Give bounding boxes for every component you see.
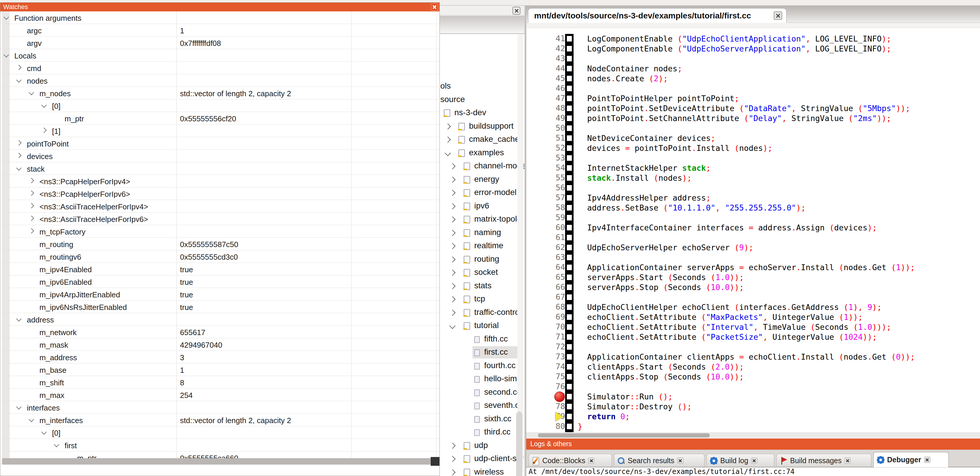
watch-row[interactable]: [0] xyxy=(0,99,439,112)
code-line[interactable]: LogComponentEnable ("UdpEchoClientApplic… xyxy=(578,34,891,44)
watch-row[interactable]: m_ipv4ArpJitterEnabledtrue xyxy=(0,288,439,300)
code-line[interactable]: echoClient.SetAttribute ("MaxPackets", U… xyxy=(578,312,862,322)
tree-item-sixth-cc[interactable]: sixth.cc xyxy=(440,413,525,425)
chevron-right-icon[interactable] xyxy=(41,128,46,133)
logs-tab-code-blocks[interactable]: Code::Blocks xyxy=(528,454,612,467)
tree-item-realtime[interactable]: realtime xyxy=(440,240,525,252)
chevron-right-icon[interactable] xyxy=(449,469,455,475)
chevron-right-icon[interactable] xyxy=(29,228,34,233)
close-icon[interactable] xyxy=(677,458,683,464)
code-line[interactable]: Simulator::Run (); xyxy=(578,392,673,402)
chevron-down-icon[interactable] xyxy=(445,150,451,156)
watch-row[interactable]: argv0x7fffffffdf08 xyxy=(0,37,439,49)
chevron-down-icon[interactable] xyxy=(16,316,21,321)
watch-row[interactable]: first xyxy=(0,439,439,452)
close-icon[interactable] xyxy=(774,11,782,20)
tree-item-cmake-cache[interactable]: cmake_cache xyxy=(440,133,525,145)
watch-row[interactable]: interfaces xyxy=(0,401,439,414)
code-line[interactable]: clientApps.Start (Seconds (2.0)); xyxy=(578,362,744,372)
chevron-right-icon[interactable] xyxy=(29,178,34,183)
chevron-right-icon[interactable] xyxy=(449,190,455,196)
close-icon[interactable] xyxy=(431,3,438,11)
code-line[interactable]: ApplicationContainer serverApps = echoSe… xyxy=(578,262,915,273)
code-line[interactable]: nodes.Create (2); xyxy=(578,73,668,84)
chevron-down-icon[interactable] xyxy=(3,52,9,57)
chevron-right-icon[interactable] xyxy=(449,296,455,302)
tree-item-source[interactable]: source xyxy=(440,94,525,106)
watch-row[interactable]: devices xyxy=(0,150,439,162)
chevron-down-icon[interactable] xyxy=(449,323,455,329)
watch-row[interactable]: m_network655617 xyxy=(0,326,439,338)
chevron-down-icon[interactable] xyxy=(29,417,34,422)
watch-row[interactable]: m_ipv6NsRsJitterEnabledtrue xyxy=(0,300,439,313)
tree-scrollbar[interactable] xyxy=(517,35,523,473)
chevron-right-icon[interactable] xyxy=(449,163,455,169)
logs-tab-build-log[interactable]: Build log xyxy=(706,454,774,467)
code-line[interactable]: UdpEchoServerHelper echoServer (9); xyxy=(578,243,753,252)
tree-item-routing[interactable]: routing xyxy=(440,253,525,265)
code-line[interactable]: } xyxy=(578,422,582,431)
chevron-right-icon[interactable] xyxy=(29,203,34,208)
watch-row[interactable]: m_routing0x555555587c50 xyxy=(0,238,439,250)
code-line[interactable]: address.SetBase ("10.1.1.0", "255.255.25… xyxy=(578,203,805,213)
chevron-right-icon[interactable] xyxy=(449,243,455,249)
chevron-down-icon[interactable] xyxy=(41,429,46,434)
chevron-down-icon[interactable] xyxy=(3,14,9,19)
chevron-right-icon[interactable] xyxy=(445,137,451,143)
tree-item-examples[interactable]: examples xyxy=(440,147,525,159)
code-line[interactable]: pointToPoint.SetChannelAttribute ("Delay… xyxy=(578,113,891,123)
editor-tab-first-cc[interactable]: mnt/dev/tools/source/ns-3-dev/examples/t… xyxy=(528,8,787,23)
chevron-right-icon[interactable] xyxy=(449,442,455,449)
chevron-right-icon[interactable] xyxy=(16,65,21,70)
chevron-down-icon[interactable] xyxy=(41,102,46,108)
chevron-right-icon[interactable] xyxy=(449,203,455,209)
logs-tab-debugger[interactable]: Debugger xyxy=(873,452,949,467)
watch-row[interactable]: nodes xyxy=(0,74,439,87)
watch-row[interactable]: cmd xyxy=(0,62,439,74)
tree-item-socket[interactable]: socket xyxy=(440,266,525,279)
code-line[interactable]: Simulator::Destroy (); xyxy=(578,402,692,412)
tree-item-matrix-topolo[interactable]: matrix-topolo xyxy=(440,213,525,225)
logs-titlebar[interactable]: Logs & others xyxy=(526,439,980,450)
code-line[interactable]: serverApps.Stop (Seconds (10.0)); xyxy=(578,283,744,292)
watch-row[interactable]: Locals xyxy=(0,49,439,62)
tree-scrollbar-thumb[interactable] xyxy=(516,412,522,476)
watch-row[interactable]: pointToPoint xyxy=(0,137,439,150)
chevron-right-icon[interactable] xyxy=(449,216,455,222)
watch-row[interactable]: <ns3::PcapHelperForIpv6> xyxy=(0,187,439,200)
tree-item-fourth-cc[interactable]: fourth.cc xyxy=(440,359,525,372)
watch-row[interactable]: m_nodesstd::vector of length 2, capacity… xyxy=(0,87,439,99)
chevron-right-icon[interactable] xyxy=(16,153,21,158)
tree-item-traffic-contro[interactable]: traffic-contro xyxy=(440,307,525,319)
code-line[interactable]: devices = pointToPoint.Install (nodes); xyxy=(578,143,773,153)
watch-row[interactable]: m_max254 xyxy=(0,388,439,401)
chevron-right-icon[interactable] xyxy=(449,309,455,315)
watch-row[interactable]: <ns3::AsciiTraceHelperForIpv6> xyxy=(0,212,439,225)
close-icon[interactable] xyxy=(751,458,757,464)
code-line[interactable]: serverApps.Start (Seconds (1.0)); xyxy=(578,273,744,283)
close-icon[interactable] xyxy=(924,457,930,463)
watch-row[interactable]: argc1 xyxy=(0,24,439,37)
code-line[interactable]: pointToPoint.SetDeviceAttribute ("DataRa… xyxy=(578,104,910,113)
editor-hscroll-thumb[interactable] xyxy=(538,433,710,438)
chevron-down-icon[interactable] xyxy=(54,442,59,447)
watch-row[interactable]: m_shift8 xyxy=(0,376,439,388)
code-line[interactable]: LogComponentEnable ("UdpEchoServerApplic… xyxy=(578,44,891,54)
chevron-down-icon[interactable] xyxy=(16,77,21,83)
code-line[interactable]: echoClient.SetAttribute ("PacketSize", U… xyxy=(578,332,877,342)
close-icon[interactable] xyxy=(512,7,520,14)
code-line[interactable]: InternetStackHelper stack; xyxy=(578,163,711,173)
tree-item-ipv6[interactable]: ipv6 xyxy=(440,200,525,212)
chevron-right-icon[interactable] xyxy=(445,123,451,129)
watch-row[interactable]: m_interfacesstd::vector of length 2, cap… xyxy=(0,414,439,426)
watches-resize-grip[interactable] xyxy=(431,457,439,466)
chevron-right-icon[interactable] xyxy=(449,270,455,276)
watches-horizontal-scrollbar[interactable] xyxy=(2,458,431,465)
code-line[interactable]: Ipv4AddressHelper address; xyxy=(578,193,711,203)
tree-item-ols[interactable]: ols xyxy=(440,80,525,93)
chevron-right-icon[interactable] xyxy=(449,230,455,236)
watch-row[interactable]: [1] xyxy=(0,125,439,137)
code-line[interactable]: NetDeviceContainer devices; xyxy=(578,133,715,143)
chevron-right-icon[interactable] xyxy=(29,216,34,221)
code-line[interactable]: stack.Install (nodes); xyxy=(578,173,692,183)
